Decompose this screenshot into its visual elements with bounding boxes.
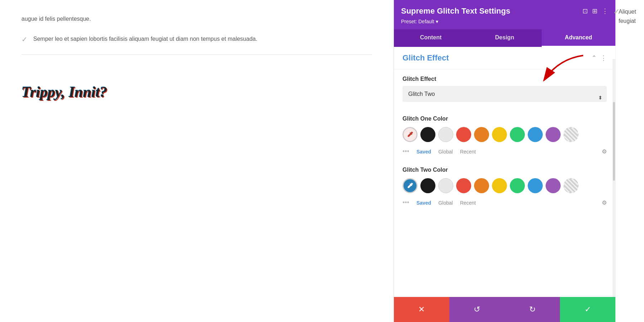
red-swatch-2[interactable] [456, 178, 471, 193]
transparent-swatch-2[interactable] [564, 178, 579, 193]
undo-button[interactable]: ↺ [449, 297, 505, 322]
trippy-heading: Trippy, Innit? [21, 83, 372, 101]
glitch-effect-select[interactable]: Glitch One Glitch Two Glitch Three None [402, 86, 607, 102]
layout-icon[interactable]: ⊞ [592, 7, 597, 15]
panel-header: Supreme Glitch Text Settings ⊡ ⊞ ⋮ Prese… [394, 0, 615, 29]
white-swatch-1[interactable] [438, 127, 453, 142]
confirm-button[interactable]: ✓ [560, 297, 615, 322]
green-swatch-1[interactable] [510, 127, 525, 142]
color-settings-icon-2[interactable]: ⚙ [602, 199, 607, 206]
eyedropper-swatch-1[interactable] [402, 127, 418, 142]
section-more-icon[interactable]: ⋮ [600, 54, 607, 62]
panel-title-row: Supreme Glitch Text Settings ⊡ ⊞ ⋮ [401, 6, 608, 16]
glitch-two-color-tabs: ••• Saved Global Recent ⚙ [402, 197, 607, 210]
color-tab-recent-1[interactable]: Recent [460, 149, 476, 155]
settings-panel: Supreme Glitch Text Settings ⊡ ⊞ ⋮ Prese… [394, 0, 615, 322]
preset-selector[interactable]: Preset: Default ▾ [401, 19, 608, 24]
color-tab-global-1[interactable]: Global [438, 149, 453, 155]
redo-button[interactable]: ↻ [505, 297, 560, 322]
green-swatch-2[interactable] [510, 178, 525, 193]
purple-swatch-2[interactable] [546, 178, 561, 193]
glitch-effect-dropdown-wrapper: Glitch One Glitch Two Glitch Three None … [394, 86, 615, 109]
action-bar: ✕ ↺ ↻ ✓ [394, 297, 615, 322]
check-text-1: Semper leo et sapien lobortis facilisis … [33, 34, 257, 44]
color-tab-global-2[interactable]: Global [438, 200, 453, 206]
color-tabs-dots-2[interactable]: ••• [402, 199, 409, 206]
far-right-check-icon: ✓ [613, 7, 620, 16]
panel-tabs: Content Design Advanced [394, 29, 615, 47]
cancel-button[interactable]: ✕ [394, 297, 449, 322]
blue-swatch-1[interactable] [528, 127, 543, 142]
red-swatch-1[interactable] [456, 127, 471, 142]
overflow-line-1: Aliquet [619, 7, 641, 16]
glitch-one-color-section: Glitch One Color ••• [394, 109, 615, 162]
more-options-icon[interactable]: ⋮ [602, 7, 608, 15]
check-item-1: ✓ Semper leo et sapien lobortis facilisi… [21, 34, 372, 44]
glitch-effect-label: Glitch Effect [394, 69, 615, 86]
black-swatch-2[interactable] [420, 178, 435, 193]
eyedropper-icon-1 [406, 131, 414, 138]
color-settings-icon-1[interactable]: ⚙ [602, 148, 607, 155]
panel-body: Glitch Effect ⌃ ⋮ Glitch Effect [394, 47, 615, 297]
section-divider [21, 54, 372, 55]
glitch-effect-section-header: Glitch Effect ⌃ ⋮ [394, 47, 615, 69]
scrollbar-track[interactable] [613, 59, 615, 297]
black-swatch-1[interactable] [420, 127, 435, 142]
section-title: Glitch Effect [402, 53, 449, 63]
orange-swatch-2[interactable] [474, 178, 489, 193]
transparent-swatch-1[interactable] [564, 127, 579, 142]
white-swatch-2[interactable] [438, 178, 453, 193]
eyedropper-swatch-2[interactable] [402, 178, 418, 193]
tab-advanced[interactable]: Advanced [542, 29, 615, 47]
color-tab-recent-2[interactable]: Recent [460, 200, 476, 206]
glitch-one-color-label: Glitch One Color [402, 116, 607, 122]
color-tab-saved-1[interactable]: Saved [416, 149, 431, 155]
blue-swatch-2[interactable] [528, 178, 543, 193]
panel-title: Supreme Glitch Text Settings [401, 6, 510, 16]
glitch-two-color-swatches [402, 178, 607, 193]
overflow-right-content: Aliquet feugiat [615, 0, 644, 322]
color-tabs-dots-1[interactable]: ••• [402, 148, 409, 155]
glitch-effect-field: Glitch Effect Glitch One Glitch T [394, 69, 615, 109]
yellow-swatch-2[interactable] [492, 178, 507, 193]
orange-swatch-1[interactable] [474, 127, 489, 142]
tab-design[interactable]: Design [468, 29, 541, 47]
left-content-area: augue id felis pellentesque. ✓ Semper le… [0, 0, 394, 322]
purple-swatch-1[interactable] [546, 127, 561, 142]
paragraph-text-1: augue id felis pellentesque. [21, 14, 372, 24]
glitch-one-color-tabs: ••• Saved Global Recent ⚙ [402, 146, 607, 159]
checkmark-icon-1: ✓ [21, 35, 28, 44]
eyedropper-icon-2 [406, 182, 414, 190]
collapse-icon[interactable]: ⌃ [591, 54, 597, 62]
overflow-line-2: feugiat [619, 16, 641, 26]
preset-dropdown-arrow: ▾ [436, 19, 438, 24]
glitch-two-color-label: Glitch Two Color [402, 167, 607, 173]
panel-title-icons: ⊡ ⊞ ⋮ [582, 7, 608, 15]
color-tab-saved-2[interactable]: Saved [416, 200, 431, 206]
text-block-1: augue id felis pellentesque. [21, 14, 372, 24]
tab-content[interactable]: Content [394, 29, 468, 47]
yellow-swatch-1[interactable] [492, 127, 507, 142]
resize-icon[interactable]: ⊡ [582, 7, 588, 15]
preset-label: Preset: Default [401, 19, 434, 24]
section-header-controls: ⌃ ⋮ [591, 54, 607, 62]
glitch-two-color-section: Glitch Two Color ••• [394, 162, 615, 214]
scrollbar-thumb [613, 102, 615, 181]
glitch-one-color-swatches [402, 127, 607, 142]
dropdown-with-arrow: Glitch One Glitch Two Glitch Three None … [394, 86, 615, 109]
